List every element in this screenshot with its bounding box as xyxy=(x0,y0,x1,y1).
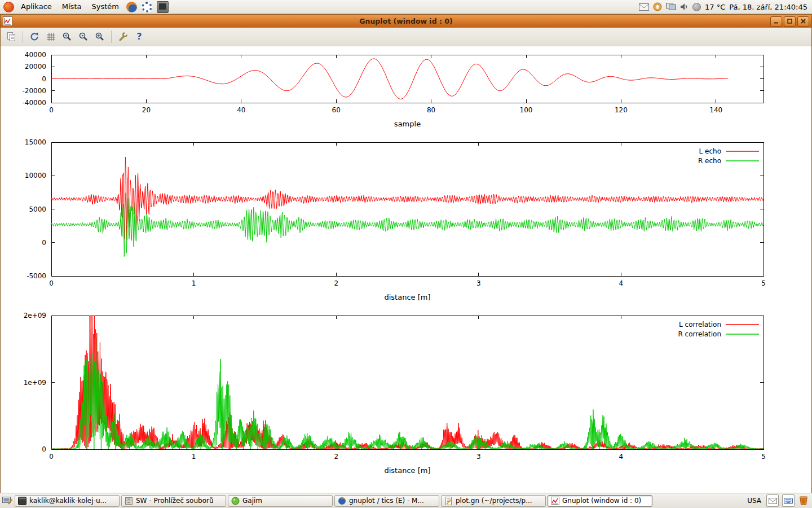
taskbar-item-gajim[interactable]: Gajim xyxy=(228,495,333,507)
legend-label: L echo xyxy=(699,147,721,155)
taskbar-item-label: Gnuplot (window id : 0) xyxy=(562,497,641,505)
show-desktop-icon[interactable] xyxy=(2,496,13,506)
update-notifier-icon[interactable] xyxy=(653,2,662,11)
menu-places[interactable]: Místa xyxy=(58,0,86,14)
gnuplot-icon xyxy=(551,497,559,505)
mail-icon[interactable] xyxy=(639,3,649,11)
minimize-button[interactable] xyxy=(770,16,782,27)
x-tick-label: 2 xyxy=(334,453,338,461)
y-tick-label: 0 xyxy=(42,75,46,83)
weather-icon[interactable] xyxy=(692,3,701,11)
x-tick-label: 80 xyxy=(427,106,435,114)
copy-icon[interactable] xyxy=(5,30,18,43)
firefox-icon xyxy=(338,497,346,505)
plot-content: 020406080100120140-40000-200000200004000… xyxy=(1,46,811,493)
volume-icon[interactable] xyxy=(680,3,689,11)
terminal-icon xyxy=(18,497,27,505)
taskbar-tray: USA xyxy=(745,494,810,507)
x-tick-label: 140 xyxy=(709,106,722,114)
autoscale-icon[interactable] xyxy=(93,30,107,43)
y-tick-label: 20000 xyxy=(25,63,46,71)
help-launcher-icon[interactable] xyxy=(142,2,152,12)
x-tick-label: 60 xyxy=(332,106,341,114)
series-r-echo xyxy=(51,193,764,257)
screenshot-launcher-icon[interactable] xyxy=(157,1,169,13)
legend-label: R echo xyxy=(698,157,721,165)
x-tick-label: 4 xyxy=(619,453,624,461)
window-titlebar[interactable]: Gnuplot (window id : 0) xyxy=(1,15,811,28)
system-tray: 17 °C Pá, 18. září, 21:40:45 xyxy=(639,2,810,11)
series-l-echo xyxy=(51,157,764,240)
x-axis-label: distance [m] xyxy=(384,293,430,301)
firefox-launcher-icon[interactable] xyxy=(126,2,137,12)
y-tick-label: 0 xyxy=(42,239,46,247)
help-icon[interactable]: ? xyxy=(133,30,146,43)
keyboard-icon[interactable] xyxy=(782,494,795,507)
y-tick-label: -20000 xyxy=(22,87,46,95)
x-tick-label: 3 xyxy=(476,453,481,461)
clock-label[interactable]: Pá, 18. září, 21:40:45 xyxy=(729,3,807,11)
text-editor-icon xyxy=(444,497,453,505)
toolbar-separator xyxy=(23,30,23,43)
display-icon[interactable] xyxy=(666,3,676,11)
y-tick-label: 0 xyxy=(42,445,46,453)
gnuplot-canvas[interactable]: 020406080100120140-40000-200000200004000… xyxy=(1,46,812,494)
x-tick-label: 1 xyxy=(192,279,196,287)
ubuntu-logo-icon[interactable] xyxy=(3,2,14,12)
taskbar-item-gnuplot[interactable]: Gnuplot (window id : 0) xyxy=(548,495,652,507)
x-tick-label: 0 xyxy=(49,279,54,287)
plot-border xyxy=(51,142,764,276)
x-tick-label: 120 xyxy=(615,106,628,114)
gnuplot-window: Gnuplot (window id : 0) xyxy=(0,14,812,493)
gajim-icon xyxy=(231,497,240,505)
x-tick-label: 4 xyxy=(619,279,624,287)
series-emitted-chirp xyxy=(51,59,728,99)
zoom-next-icon[interactable] xyxy=(77,30,90,43)
taskbar-item-editor[interactable]: plot.gn (~/projects/p... xyxy=(441,495,546,507)
taskbar-item-file-manager[interactable]: SW - Prohlížeč souborů xyxy=(121,495,226,507)
y-tick-label: 10000 xyxy=(25,172,46,179)
taskbar-item-label: Gajim xyxy=(242,497,262,505)
top-panel: Aplikace Místa Systém 17 °C Pá, 18. září… xyxy=(0,0,812,14)
series-l-correlation xyxy=(51,316,764,449)
x-tick-label: 1 xyxy=(192,453,196,461)
y-tick-label: 1e+09 xyxy=(24,379,46,387)
taskbar-item-label: kaklik@kaklik-kolej-u... xyxy=(29,497,107,505)
configure-icon[interactable] xyxy=(116,30,130,43)
replot-icon[interactable] xyxy=(28,30,41,43)
grid-icon[interactable] xyxy=(44,30,58,43)
trash-icon[interactable] xyxy=(798,494,809,507)
gnuplot-window-icon xyxy=(3,16,12,26)
y-tick-label: 15000 xyxy=(25,138,46,146)
taskbar-item-label: SW - Prohlížeč souborů xyxy=(136,497,214,505)
taskbar-item-label: gnuplot / tics (E) - M... xyxy=(349,497,424,505)
temperature-label[interactable]: 17 °C xyxy=(705,3,725,11)
window-title: Gnuplot (window id : 0) xyxy=(1,17,811,25)
maximize-button[interactable] xyxy=(784,16,796,27)
x-axis-label: distance [m] xyxy=(384,466,430,475)
mail-icon[interactable] xyxy=(766,494,779,507)
taskbar-item-browser[interactable]: gnuplot / tics (E) - M... xyxy=(334,495,439,507)
taskbar: kaklik@kaklik-kolej-u... SW - Prohlížeč … xyxy=(0,493,812,508)
taskbar-item-label: plot.gn (~/projects/p... xyxy=(456,497,532,505)
y-tick-label: -5000 xyxy=(27,272,46,280)
toolbar-separator xyxy=(111,30,112,43)
taskbar-item-terminal[interactable]: kaklik@kaklik-kolej-u... xyxy=(15,495,120,507)
series-r-correlation xyxy=(51,338,764,449)
x-tick-label: 100 xyxy=(520,106,533,114)
x-tick-label: 20 xyxy=(142,106,151,114)
close-button[interactable] xyxy=(797,16,809,27)
keyboard-layout-indicator[interactable]: USA xyxy=(745,497,763,505)
y-tick-label: 2e+09 xyxy=(24,312,46,319)
y-tick-label: 40000 xyxy=(25,51,46,59)
menu-applications[interactable]: Aplikace xyxy=(16,0,56,14)
file-manager-icon xyxy=(125,497,133,505)
legend-label: R correlation xyxy=(678,330,721,338)
legend-label: L correlation xyxy=(679,321,721,329)
y-tick-label: -40000 xyxy=(22,99,46,107)
x-tick-label: 5 xyxy=(761,453,766,461)
menu-system[interactable]: Systém xyxy=(87,0,123,14)
x-tick-label: 2 xyxy=(334,279,338,287)
zoom-previous-icon[interactable] xyxy=(60,30,74,43)
x-tick-label: 40 xyxy=(237,106,245,114)
